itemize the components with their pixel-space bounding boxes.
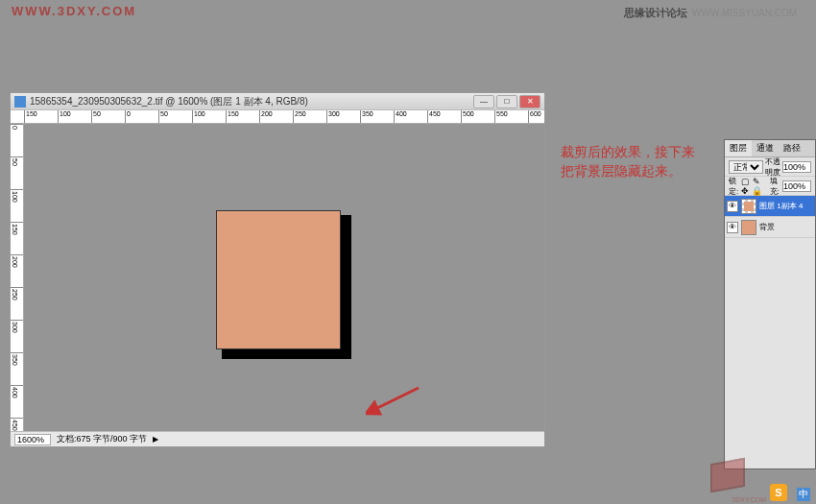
tab-layers[interactable]: 图层 (725, 140, 752, 156)
info-arrow-icon[interactable]: ▶ (153, 435, 158, 444)
opacity-label: 不透明度 (765, 156, 780, 178)
document-title: 15865354_230950305632_2.tif @ 1600% (图层 … (30, 95, 473, 108)
canvas[interactable] (24, 124, 544, 431)
statusbar: 1600% 文档:675 字节/900 字节 ▶ (11, 431, 544, 446)
layer-thumbnail (741, 199, 756, 214)
ruler-vertical: 050100150200250300350400450 (11, 124, 24, 431)
visibility-icon[interactable]: 👁 (727, 201, 738, 212)
minimize-button[interactable]: — (473, 95, 494, 108)
fill-label: 填充: (770, 176, 780, 197)
layer-item[interactable]: 👁 背景 (725, 217, 815, 238)
tab-channels[interactable]: 通道 (752, 140, 779, 156)
annotation-text: 裁剪后的效果，接下来把背景层隐藏起来。 (561, 142, 705, 180)
annotation-arrow-icon (366, 383, 423, 421)
document-window: 15865354_230950305632_2.tif @ 1600% (图层 … (10, 92, 545, 447)
footer-logos: 3DXY.COM S 中 (710, 461, 810, 501)
watermark-right: 思缘设计论坛WWW.MISSYUAN.COM (624, 6, 797, 20)
panel-tabs: 图层 通道 路径 (725, 140, 815, 157)
titlebar: 15865354_230950305632_2.tif @ 1600% (图层 … (11, 93, 544, 110)
tab-paths[interactable]: 路径 (779, 140, 805, 156)
lock-row: 锁定: ▢ ✎ ✥ 🔒 填充: (725, 177, 815, 196)
blend-mode-select[interactable]: 正常 (729, 160, 763, 174)
zoom-level[interactable]: 1600% (14, 434, 51, 445)
visibility-icon[interactable]: 👁 (727, 222, 738, 233)
logo-s-icon: S (770, 484, 787, 501)
layer-name: 背景 (759, 222, 775, 232)
app-icon (14, 96, 26, 108)
layers-panel: 图层 通道 路径 正常 不透明度 锁定: ▢ ✎ ✥ 🔒 填充: 👁 图层 1副… (724, 139, 816, 469)
layer-thumbnail (741, 220, 756, 235)
blend-row: 正常 不透明度 (725, 157, 815, 177)
svg-line-0 (373, 388, 419, 410)
watermark-left: WWW.3DXY.COM (12, 4, 136, 18)
opacity-input[interactable] (782, 161, 811, 173)
shape-layer[interactable] (216, 210, 341, 349)
lock-icons[interactable]: ▢ ✎ ✥ 🔒 (741, 177, 767, 196)
logo-zh-icon: 中 (797, 488, 810, 501)
panel-empty-area (725, 238, 815, 468)
maximize-button[interactable]: □ (496, 95, 517, 108)
fill-input[interactable] (782, 180, 811, 192)
document-info: 文档:675 字节/900 字节 (57, 433, 147, 445)
close-button[interactable]: ✕ (519, 95, 540, 108)
layer-item[interactable]: 👁 图层 1副本 4 (725, 196, 815, 217)
ruler-horizontal: 1501005005010015020025030035040045050055… (11, 110, 544, 124)
logo-3dxy: 3DXY.COM (710, 461, 760, 501)
lock-label: 锁定: (729, 176, 739, 197)
layer-name: 图层 1副本 4 (759, 201, 803, 211)
